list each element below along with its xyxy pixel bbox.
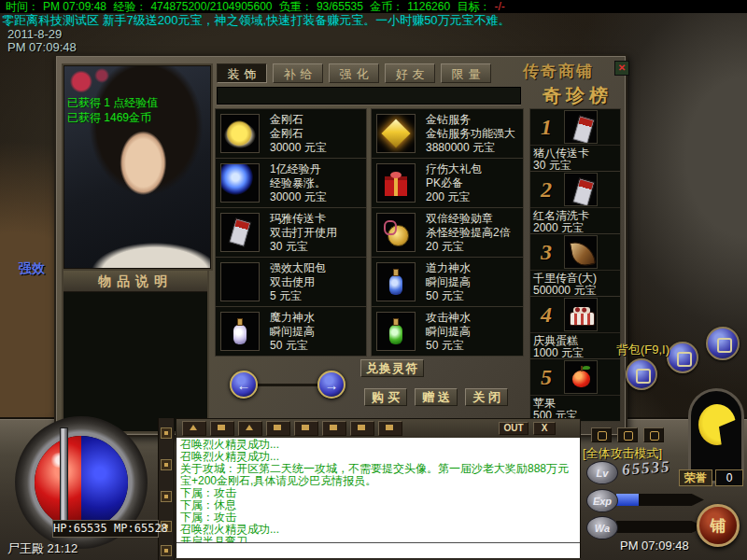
rare-item-list: 1 猪八传送卡 30 元宝 2 红名清洗卡 2000 元宝 3 千里传音(大) … [529, 108, 621, 421]
close-icon[interactable]: ✕ [614, 61, 629, 76]
scroll-up-icon[interactable] [182, 421, 206, 436]
yellow-ore-icon [220, 114, 260, 153]
rank-number: 3 [530, 240, 562, 265]
mp-value: MP:65528 [114, 522, 168, 535]
item-price: 5 元宝 [270, 289, 326, 303]
gold-service-icon[interactable] [643, 427, 664, 442]
shop-item[interactable]: 玛雅传送卡 双击打开使用 30 元宝 [215, 207, 367, 258]
buy-button[interactable]: 购买 [364, 388, 407, 406]
sun-pack-icon [220, 262, 260, 301]
blue-bottle-icon [376, 262, 416, 301]
rare-list-title: 奇珍榜 [529, 83, 622, 108]
close-button[interactable]: 关闭 [465, 388, 508, 406]
weight-label: 负重： [279, 0, 313, 13]
shop-item[interactable]: 魔力神水 瞬间提高 50 元宝 [215, 306, 367, 357]
chat-out-button[interactable]: OUT [499, 422, 529, 435]
chat-close-button[interactable]: X [533, 422, 556, 435]
rank-number: 4 [530, 302, 562, 328]
team-chat-icon[interactable] [294, 421, 318, 436]
honor-label: 荣誉 [679, 469, 712, 486]
item-desc: 双击使用 [270, 275, 326, 289]
voice-icon[interactable] [161, 427, 172, 439]
house-icon[interactable] [238, 421, 262, 436]
item-name: 魔力神水 [270, 311, 315, 325]
gold-diamond-icon [376, 114, 416, 153]
shop-item[interactable]: 双倍经验勋章 杀怪经验提高2倍 20 元宝 [371, 207, 524, 258]
exp-value: 474875200/2104905600 [150, 0, 272, 13]
chat-input[interactable] [176, 542, 580, 558]
shop-item[interactable]: 强效太阳包 双击使用 5 元宝 [215, 257, 367, 307]
exchange-talisman-button[interactable]: 兑换灵符 [360, 359, 424, 377]
star-icon[interactable] [667, 342, 698, 373]
item-price: 30000 元宝 [270, 141, 327, 155]
guild-chat-icon[interactable] [322, 421, 346, 436]
member-icon[interactable] [617, 427, 638, 442]
tab-friend[interactable]: 好友 [385, 63, 435, 83]
green-bottle-icon [376, 312, 416, 351]
target-value: -/- [494, 0, 504, 13]
prev-page-icon[interactable]: ← [230, 371, 258, 399]
wa-badge: Wa [586, 516, 618, 539]
shop-item[interactable]: 1亿经验丹 经验暴涨。 30000 元宝 [215, 158, 367, 208]
item-name: 千里传音(大) [530, 271, 620, 285]
item-price: 50 元宝 [426, 289, 471, 303]
tab-decorate[interactable]: 装饰 [217, 63, 267, 83]
rank-number: 5 [530, 365, 562, 390]
game-screen: 时间：PM 07:09:48 经验：474875200/2104905600 负… [0, 0, 747, 560]
item-desc: 金钻服务功能强大 [426, 127, 515, 141]
shop-item[interactable]: 攻击神水 瞬间提高 50 元宝 [371, 306, 524, 357]
guild-icon[interactable] [161, 491, 172, 502]
rare-item[interactable]: 4 庆典蛋糕 1000 元宝 [529, 296, 621, 359]
tab-limited[interactable]: 限量 [441, 63, 491, 83]
teleport-card-icon [220, 213, 260, 252]
tab-enhance[interactable]: 强化 [329, 63, 379, 83]
money-icon[interactable] [591, 427, 612, 442]
time-value: PM 07:09:48 [43, 0, 106, 13]
hp-mp-orb [35, 436, 128, 529]
bag-tooltip: 背包(F9,I) [616, 342, 669, 358]
chat-text-icon[interactable] [350, 421, 374, 436]
item-price: 200 元宝 [426, 190, 482, 204]
chat-message: 开启半月弯刀 [180, 536, 576, 542]
cake-icon [564, 298, 598, 331]
open-shop-button[interactable]: 铺 [697, 504, 740, 547]
tab-supply[interactable]: 补给 [273, 63, 323, 83]
chat-log[interactable]: 召唤烈火精灵成功... 召唤烈火精灵成功... 关于攻城：开区第二天统一攻城，不… [176, 438, 580, 542]
shop-item-column-right: 金钻服务 金钻服务功能强大 3880000 元宝 疗伤大礼包 PK必备 200 … [371, 108, 524, 356]
shop-item[interactable]: 疗伤大礼包 PK必备 200 元宝 [371, 158, 524, 208]
gold-label: 金币： [370, 0, 403, 13]
bag-icon[interactable] [626, 358, 657, 390]
members-icon[interactable] [266, 421, 290, 436]
gift-button[interactable]: 赠送 [415, 388, 458, 406]
grid-icon[interactable] [378, 421, 402, 436]
team-icon[interactable] [161, 459, 172, 470]
shop-item[interactable]: 道力神水 瞬间提高 50 元宝 [371, 257, 524, 307]
shop-item[interactable]: 金钻服务 金钻服务功能强大 3880000 元宝 [371, 108, 524, 159]
floating-skill-text: 强效 [19, 260, 45, 277]
honor-value: 0 [715, 469, 743, 486]
item-name: 道力神水 [426, 261, 471, 275]
location-coordinates: 尸王殿 21:12 [7, 540, 78, 557]
item-name: 庆典蛋糕 [530, 333, 620, 347]
trade-icon[interactable] [161, 545, 172, 556]
rare-item[interactable]: 3 千里传音(大) 500000 元宝 [529, 233, 621, 297]
item-desc: 双击打开使用 [270, 226, 337, 240]
blue-orb-icon [220, 163, 260, 203]
item-name: 红名清洗卡 [530, 208, 620, 222]
next-page-icon[interactable]: → [317, 371, 345, 399]
weight-value: 93/65535 [317, 0, 363, 13]
shop-item[interactable]: 金刚石 金刚石 30000 元宝 [215, 108, 367, 159]
rare-item[interactable]: 1 猪八传送卡 30 元宝 [529, 108, 621, 172]
item-desc: PK必备 [426, 176, 482, 190]
chat-message: 下属：攻击 [180, 487, 576, 499]
target-label: 目标： [457, 0, 490, 13]
chat-toolbar: OUT X [176, 419, 580, 438]
rare-item[interactable]: 5 苹果 500 元宝 [529, 358, 621, 422]
item-desc: 瞬间提高 [270, 325, 315, 339]
item-price: 50 元宝 [426, 339, 471, 353]
whisper-icon[interactable] [210, 421, 234, 436]
teleport-card-icon [564, 110, 598, 144]
hud-clock: PM 07:09:48 [620, 539, 689, 553]
rare-item[interactable]: 2 红名清洗卡 2000 元宝 [529, 171, 621, 234]
speaker-icon[interactable] [706, 327, 740, 360]
